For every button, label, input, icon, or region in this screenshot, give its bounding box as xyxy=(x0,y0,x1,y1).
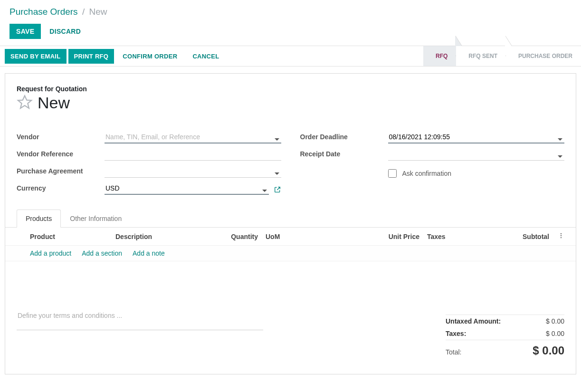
ask-confirmation-checkbox[interactable] xyxy=(388,169,397,178)
svg-point-3 xyxy=(561,237,562,238)
cancel-button[interactable]: CANCEL xyxy=(186,49,226,64)
untaxed-label: Untaxed Amount: xyxy=(446,317,501,325)
title-row: New xyxy=(17,94,564,112)
terms-input[interactable] xyxy=(17,309,263,330)
currency-input[interactable] xyxy=(105,182,269,195)
breadcrumb: Purchase Orders / New xyxy=(0,0,581,21)
col-quantity: Quantity xyxy=(210,233,258,240)
print-rfq-button[interactable]: PRINT RFQ xyxy=(68,49,114,64)
receipt-date-label: Receipt Date xyxy=(300,150,388,161)
send-by-email-button[interactable]: SEND BY EMAIL xyxy=(5,49,67,64)
add-note-link[interactable]: Add a note xyxy=(133,249,165,257)
confirm-order-button[interactable]: CONFIRM ORDER xyxy=(116,49,184,64)
totals-block: Untaxed Amount: $ 0.00 Taxes: $ 0.00 Tot… xyxy=(446,315,564,360)
vendor-label: Vendor xyxy=(17,133,105,143)
action-buttons: SEND BY EMAIL PRINT RFQ CONFIRM ORDER CA… xyxy=(5,46,226,66)
total-label: Total: xyxy=(446,348,461,356)
order-deadline-label: Order Deadline xyxy=(300,133,388,143)
svg-marker-0 xyxy=(18,96,31,108)
tabs: Products Other Information xyxy=(5,209,576,228)
order-line-header: Product Description Quantity UoM Unit Pr… xyxy=(5,228,576,246)
untaxed-value: $ 0.00 xyxy=(546,317,564,325)
col-taxes: Taxes xyxy=(419,233,462,240)
total-value: $ 0.00 xyxy=(533,344,564,357)
action-bar: SEND BY EMAIL PRINT RFQ CONFIRM ORDER CA… xyxy=(0,46,581,67)
col-description: Description xyxy=(115,233,210,240)
form-left-column: Vendor Vendor Reference Purchase Agreeme… xyxy=(17,126,281,195)
add-product-link[interactable]: Add a product xyxy=(30,249,71,257)
svg-point-1 xyxy=(561,233,562,234)
ask-confirmation-label: Ask confirmation xyxy=(402,170,451,177)
purchase-agreement-label: Purchase Agreement xyxy=(17,167,105,178)
kebab-icon[interactable] xyxy=(558,233,564,240)
currency-label: Currency xyxy=(17,184,105,195)
add-section-link[interactable]: Add a section xyxy=(82,249,122,257)
tab-products[interactable]: Products xyxy=(17,210,61,228)
breadcrumb-separator: / xyxy=(82,7,85,17)
order-deadline-input[interactable] xyxy=(388,131,565,143)
status-rfq-sent[interactable]: RFQ SENT xyxy=(456,46,506,66)
add-line-row: Add a product Add a section Add a note xyxy=(5,246,576,261)
col-uom: UoM xyxy=(258,233,286,240)
empty-label xyxy=(300,175,388,178)
save-button[interactable]: SAVE xyxy=(10,24,41,39)
taxes-value: $ 0.00 xyxy=(546,330,564,337)
footer-area: Untaxed Amount: $ 0.00 Taxes: $ 0.00 Tot… xyxy=(17,309,564,360)
status-purchase-order[interactable]: PURCHASE ORDER xyxy=(506,46,581,66)
form-right-column: Order Deadline Receipt Date Ask confirma… xyxy=(300,126,565,195)
vendor-reference-label: Vendor Reference xyxy=(17,150,105,161)
taxes-label: Taxes: xyxy=(446,330,466,337)
external-link-icon[interactable] xyxy=(274,186,281,195)
vendor-reference-input[interactable] xyxy=(105,149,281,161)
form-sheet: Request for Quotation New Vendor Vendor … xyxy=(5,73,576,374)
page-title: New xyxy=(38,94,70,112)
svg-point-2 xyxy=(561,235,562,236)
vendor-input[interactable] xyxy=(105,131,281,143)
save-discard-row: SAVE DISCARD xyxy=(0,21,581,46)
tab-other-information[interactable]: Other Information xyxy=(61,210,131,228)
col-product: Product xyxy=(30,233,115,240)
purchase-agreement-input[interactable] xyxy=(105,166,281,178)
col-unit-price: Unit Price xyxy=(367,233,419,240)
breadcrumb-parent[interactable]: Purchase Orders xyxy=(10,7,78,17)
status-bar: RFQ RFQ SENT PURCHASE ORDER xyxy=(423,46,581,66)
status-rfq[interactable]: RFQ xyxy=(423,46,456,66)
form-subtitle: Request for Quotation xyxy=(17,85,564,93)
breadcrumb-current: New xyxy=(89,7,107,17)
star-icon[interactable] xyxy=(17,94,33,112)
discard-button[interactable]: DISCARD xyxy=(49,24,81,39)
receipt-date-input[interactable] xyxy=(388,149,565,161)
form-columns: Vendor Vendor Reference Purchase Agreeme… xyxy=(17,126,564,195)
col-subtotal: Subtotal xyxy=(462,233,549,240)
